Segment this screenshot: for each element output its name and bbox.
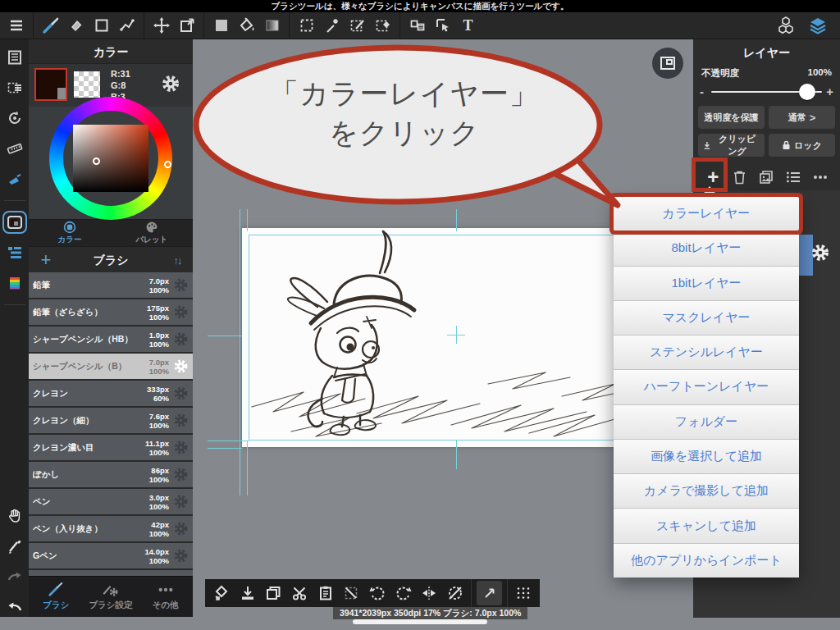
text-tool-button[interactable]: T — [455, 14, 481, 37]
brush-list-item[interactable]: 鉛筆 7.0px 100% — [29, 272, 193, 299]
layer-menu-item[interactable]: ステンシルレイヤー — [614, 335, 799, 369]
tab-palette[interactable]: パレット — [111, 220, 193, 246]
panel-layout-button[interactable] — [404, 14, 430, 37]
object-select-button[interactable] — [430, 14, 455, 37]
cancel-rotation-button[interactable] — [442, 581, 468, 605]
layer-menu-item[interactable]: フォルダー — [614, 404, 799, 439]
brush-list-item[interactable]: クレヨン 333px 60% — [29, 381, 193, 408]
undo-button[interactable] — [4, 597, 25, 617]
brush-list-item[interactable]: クレヨン濃い目 11.1px 100% — [29, 435, 193, 462]
copy-button[interactable] — [260, 581, 286, 605]
delete-layer-button[interactable] — [727, 164, 754, 190]
layer-menu-item[interactable]: カラーレイヤー — [614, 197, 799, 231]
brush-list-item[interactable]: 鉛筆（ざらざら） 175px 100% — [29, 299, 193, 326]
layer-select-button[interactable] — [4, 78, 25, 98]
current-color-swatch[interactable] — [36, 70, 66, 99]
brush-settings-gear-icon[interactable] — [173, 358, 189, 374]
airbrush-button[interactable] — [4, 169, 25, 189]
select-rect-tool-button[interactable] — [294, 14, 319, 37]
materials-button[interactable] — [773, 14, 798, 37]
opacity-minus[interactable]: - — [700, 81, 704, 103]
brush-settings-gear-icon[interactable] — [173, 413, 189, 428]
select-eraser-tool-button[interactable] — [370, 14, 395, 37]
add-brush-button[interactable]: + — [34, 247, 58, 273]
rotate-cw-button[interactable] — [390, 581, 417, 605]
protect-alpha-button[interactable]: 透明度を保護 — [698, 106, 765, 129]
grid-toggle-button[interactable] — [510, 581, 536, 605]
tab-others[interactable]: その他 — [138, 577, 193, 617]
flip-horizontal-button[interactable] — [416, 581, 442, 605]
clipping-button[interactable]: クリッピング — [698, 134, 765, 157]
opacity-track[interactable] — [711, 91, 822, 93]
brush-settings-gear-icon[interactable] — [173, 304, 189, 320]
polyline-tool-button[interactable] — [114, 14, 139, 37]
rotate-reset-button[interactable] — [4, 108, 25, 128]
rotate-ccw-button[interactable] — [364, 581, 390, 605]
layer-menu-item[interactable]: スキャンして追加 — [614, 508, 799, 542]
redo-button[interactable] — [4, 567, 25, 587]
brush-list-item[interactable]: Gペン 14.0px 100% — [29, 543, 193, 570]
sv-indicator[interactable] — [93, 158, 100, 165]
save-button[interactable] — [235, 581, 261, 605]
brush-list-item[interactable]: ぼかし 86px 100% — [29, 462, 193, 489]
layer-menu-item[interactable]: 画像を選択して追加 — [614, 439, 799, 473]
tab-color[interactable]: カラー — [29, 220, 111, 246]
brush-panel-toggle[interactable] — [4, 243, 25, 262]
stylus-tool-button[interactable] — [4, 536, 25, 556]
cut-button[interactable] — [286, 581, 313, 605]
eraser-tool-button[interactable] — [63, 14, 89, 37]
palette-panel-toggle[interactable] — [4, 273, 25, 293]
brush-settings-gear-icon[interactable] — [173, 386, 189, 401]
layer-menu-item[interactable]: 他のアプリからインポート — [614, 543, 799, 578]
deselect-button[interactable] — [338, 581, 364, 605]
brush-list-item[interactable]: ペン 3.0px 100% — [29, 489, 193, 516]
brush-list-item[interactable]: クレヨン（細） 7.6px 100% — [29, 408, 193, 435]
hue-indicator[interactable] — [164, 161, 171, 168]
brush-settings-gear-icon[interactable] — [173, 521, 189, 536]
move-tool-button[interactable] — [148, 14, 174, 37]
color-settings-button[interactable] — [160, 74, 181, 94]
home-indicator[interactable] — [353, 619, 487, 624]
brush-settings-gear-icon[interactable] — [173, 277, 189, 293]
lock-button[interactable]: ロック — [769, 134, 835, 157]
layer-list-button[interactable] — [780, 164, 807, 190]
brush-settings-gear-icon[interactable] — [173, 494, 189, 509]
layer-more-button[interactable] — [806, 164, 833, 190]
main-menu-button[interactable] — [3, 14, 29, 37]
saturation-value-square[interactable] — [73, 125, 148, 192]
brush-list-item[interactable]: ペン（入り抜き） 42px 100% — [29, 516, 193, 543]
bucket-tool-button[interactable] — [234, 14, 259, 37]
opacity-plus[interactable]: + — [826, 81, 833, 103]
canvas[interactable] — [242, 228, 628, 447]
transform-tool-button[interactable] — [174, 14, 199, 37]
duplicate-layer-button[interactable] — [753, 164, 780, 190]
shape-tool-button[interactable] — [89, 14, 114, 37]
layer-menu-item[interactable]: ハーフトーンレイヤー — [614, 369, 799, 404]
layer-menu-item[interactable]: カメラで撮影して追加 — [614, 473, 799, 508]
color-panel-toggle[interactable] — [4, 212, 25, 232]
layer-menu-item[interactable]: マスクレイヤー — [614, 300, 799, 335]
layers-panel-button[interactable] — [805, 14, 830, 37]
layer-menu-item[interactable]: 8bitレイヤー — [614, 231, 799, 265]
tab-brush[interactable]: ブラシ — [29, 577, 84, 617]
brush-tool-button[interactable] — [38, 14, 63, 37]
brush-list-item[interactable]: シャープペンシル（HB） 1.0px 100% — [29, 326, 193, 354]
tab-brush-settings[interactable]: ブラシ設定 — [84, 577, 139, 617]
brush-settings-gear-icon[interactable] — [173, 548, 189, 564]
gradient-tool-button[interactable] — [259, 14, 285, 37]
paste-button[interactable] — [313, 581, 339, 605]
navigator-toggle-button[interactable] — [652, 48, 683, 79]
layer-menu-item[interactable]: 1bitレイヤー — [614, 266, 799, 300]
canvas-list-button[interactable] — [4, 48, 25, 67]
opacity-knob[interactable] — [799, 84, 815, 100]
blend-mode-button[interactable]: 通常 > — [769, 106, 835, 129]
fill-rect-tool-button[interactable] — [208, 14, 234, 37]
transform-selection-button[interactable] — [208, 581, 235, 605]
magic-wand-tool-button[interactable] — [319, 14, 345, 37]
brush-settings-gear-icon[interactable] — [173, 440, 189, 455]
brush-list-item[interactable]: シャープペンシル（B） 7.0px 100% — [29, 354, 193, 381]
transparent-color-swatch[interactable] — [74, 71, 100, 98]
sort-brushes-button[interactable]: ↑↓ — [165, 247, 189, 273]
ruler-button[interactable] — [4, 139, 25, 158]
layer-settings-button[interactable] — [810, 243, 830, 265]
